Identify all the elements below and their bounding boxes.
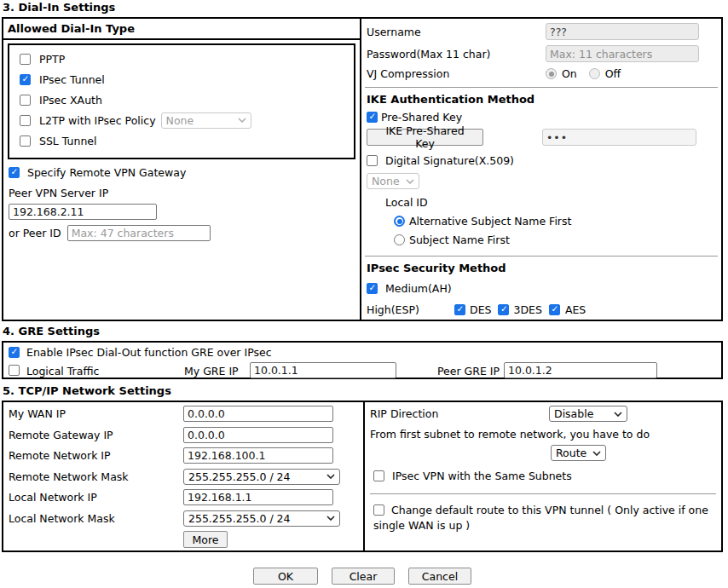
peer-id-label: or Peer ID [9,227,61,239]
remote-network-mask-label: Remote Network Mask [9,470,183,483]
digital-signature-checkbox[interactable] [367,155,378,166]
list-item: SSL Tunnel [9,130,354,151]
ike-pre-shared-key-button[interactable]: IKE Pre-Shared Key [367,129,483,146]
l2tp-label: L2TP with IPsec Policy [39,114,156,127]
divider [370,493,716,494]
list-item: IPsec Tunnel [9,69,354,89]
allowed-dial-in-cell: Allowed Dial-In Type PPTP IPsec Tunnel I… [3,19,361,320]
ipsec-security-title: IPsec Security Method [367,262,716,274]
ipsec-tunnel-checkbox[interactable] [20,74,31,85]
local-network-mask-value: 255.255.255.0 / 24 [188,512,291,525]
rip-direction-select[interactable]: Disable [549,406,627,422]
tcpip-settings-title: 5. TCP/IP Network Settings [3,384,171,397]
from-subnet-text: From first subnet to remote network, you… [370,428,716,441]
des-checkbox[interactable] [454,304,465,315]
des-label: DES [470,303,491,316]
pptp-checkbox[interactable] [20,54,31,65]
peer-gre-ip-input[interactable] [504,362,657,378]
ike-pre-shared-key-input[interactable] [542,129,696,146]
peer-gre-ip-label: Peer GRE IP [437,365,500,378]
remote-gateway-ip-label: Remote Gateway IP [9,429,183,441]
l2tp-policy-select[interactable]: None [161,112,251,129]
subject-name-first-radio[interactable] [394,234,405,245]
vj-off-label: Off [605,67,621,80]
peer-vpn-server-ip-input[interactable] [9,204,157,220]
ike-auth-title: IKE Authentication Method [367,93,716,106]
alternative-subject-name-label: Alternative Subject Name First [409,215,571,228]
clear-button[interactable]: Clear [332,568,395,585]
more-button[interactable]: More [183,531,228,548]
enable-gre-checkbox[interactable] [9,347,20,358]
chevron-down-icon [326,474,335,479]
vj-off-radio[interactable] [589,68,600,79]
local-network-ip-label: Local Network IP [9,491,183,504]
allowed-dial-in-title: Allowed Dial-In Type [3,19,360,40]
ipsec-security-block: IPsec Security Method Medium(AH) High(ES… [361,262,721,316]
remote-network-mask-select[interactable]: 255.255.255.0 / 24 [183,469,340,485]
l2tp-checkbox[interactable] [20,115,31,126]
local-id-label: Local ID [385,196,716,209]
chevron-down-icon [238,118,246,123]
specify-remote-vpn-gateway-label: Specify Remote VPN Gateway [27,166,186,179]
pre-shared-key-label: Pre-Shared Key [381,111,462,124]
chevron-down-icon [592,451,601,456]
ipsec-xauth-label: IPsec XAuth [39,94,102,107]
alternative-subject-name-radio[interactable] [394,216,405,227]
change-default-route-label: Change default route to this VPN tunnel … [373,504,708,532]
ok-button[interactable]: OK [253,568,318,585]
divider [365,87,718,88]
same-subnets-label: IPsec VPN with the Same Subnets [392,470,572,482]
remote-network-ip-input[interactable] [183,447,333,464]
dial-in-settings-panel: Allowed Dial-In Type PPTP IPsec Tunnel I… [2,17,723,321]
certificate-select[interactable]: None [367,173,419,189]
high-esp-label: High(ESP) [367,303,454,316]
vpn-profile-page: 3. Dial-In Settings Allowed Dial-In Type… [0,0,728,588]
list-item: IPsec XAuth [9,89,354,110]
tcpip-settings-panel: My WAN IP Remote Gateway IP Remote Netwo… [2,401,723,552]
vj-compression-label: VJ Compression [367,67,546,80]
gre-settings-title: 4. GRE Settings [3,325,100,337]
local-network-mask-label: Local Network Mask [9,512,183,525]
route-select[interactable]: Route [551,445,606,461]
change-default-route-checkbox[interactable] [373,504,384,516]
remote-gateway-ip-input[interactable] [183,427,333,443]
divider [365,256,718,257]
vj-on-radio[interactable] [546,68,557,79]
my-gre-ip-label: My GRE IP [184,365,239,378]
password-input[interactable] [546,45,699,62]
dial-in-settings-title: 3. Dial-In Settings [3,1,115,14]
3des-label: 3DES [513,303,541,316]
chevron-down-icon [406,179,414,184]
cancel-button[interactable]: Cancel [408,568,471,585]
credentials-block: Username Password(Max 11 char) VJ Compre… [361,19,721,80]
vj-on-label: On [562,67,577,80]
same-subnets-checkbox[interactable] [373,470,384,481]
allowed-dial-in-box: PPTP IPsec Tunnel IPsec XAuth L2TP with … [8,43,355,159]
pre-shared-key-checkbox[interactable] [367,112,378,123]
list-item: PPTP [9,49,354,69]
list-item: L2TP with IPsec Policy None [9,110,354,130]
my-wan-ip-input[interactable] [183,406,333,422]
username-label: Username [367,26,546,38]
my-gre-ip-input[interactable] [250,362,396,378]
remote-network-ip-label: Remote Network IP [9,449,183,462]
my-wan-ip-label: My WAN IP [9,407,183,420]
peer-id-input[interactable] [67,225,211,241]
route-select-value: Route [556,447,586,459]
logical-traffic-checkbox[interactable] [9,365,20,376]
digital-signature-label: Digital Signature(X.509) [385,154,514,167]
dial-in-right-cell: Username Password(Max 11 char) VJ Compre… [361,19,721,320]
ike-auth-block: IKE Authentication Method Pre-Shared Key… [361,93,721,246]
local-network-mask-select[interactable]: 255.255.255.0 / 24 [183,510,340,527]
ssl-tunnel-checkbox[interactable] [20,135,31,147]
specify-remote-vpn-gateway-checkbox[interactable] [9,167,20,178]
rip-direction-value: Disable [554,407,593,420]
aes-checkbox[interactable] [549,304,560,315]
medium-ah-checkbox[interactable] [367,283,378,294]
local-network-ip-input[interactable] [183,489,333,505]
3des-checkbox[interactable] [498,304,509,315]
username-input[interactable] [546,23,699,40]
chevron-down-icon [326,516,335,521]
password-label: Password(Max 11 char) [367,48,546,61]
ipsec-xauth-checkbox[interactable] [20,95,31,106]
